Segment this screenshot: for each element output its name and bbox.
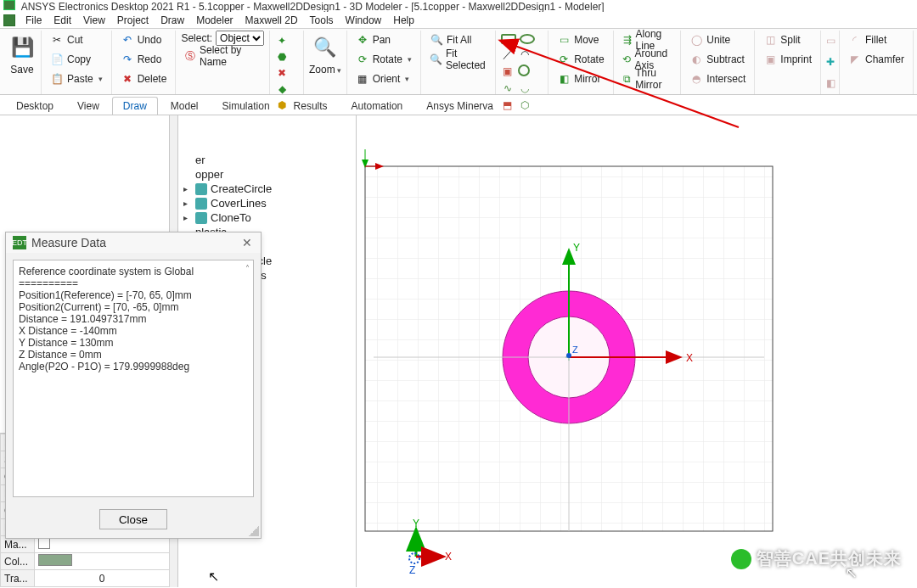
sweep-icon[interactable]: ▭ (826, 34, 835, 48)
chamfer-button[interactable]: ◤Chamfer (845, 50, 908, 69)
move-button[interactable]: ▭Move (554, 31, 607, 49)
polygon-icon[interactable]: ⬡ (518, 98, 532, 112)
cube-icon[interactable]: ▣ (501, 64, 515, 78)
tree-node[interactable]: ▸CoverLines (183, 196, 351, 210)
filter-a-icon[interactable]: ✦ (275, 34, 289, 48)
thru-mirror-button[interactable]: ⧉Thru Mirror (619, 70, 676, 88)
intersect-button[interactable]: ◓Intersect (686, 70, 749, 88)
mirror-button[interactable]: ◧Mirror (554, 70, 607, 88)
tree-label: CoverLines (211, 197, 267, 210)
menu-maxwell2d[interactable]: Maxwell 2D (240, 14, 303, 27)
color-swatch[interactable] (38, 554, 72, 566)
sheet-icon[interactable]: ◧ (826, 76, 835, 90)
rectangle-icon[interactable] (501, 34, 516, 44)
subtract-button[interactable]: ◐Subtract (686, 50, 749, 69)
tree-node[interactable]: er (183, 153, 351, 167)
select-by-name-button[interactable]: ⓈSelect by Name (181, 47, 264, 65)
prop-val[interactable]: 0 (35, 570, 170, 587)
expand-icon[interactable]: ▸ (183, 213, 192, 222)
filter-c-icon[interactable]: ✖ (275, 66, 289, 80)
rotate2-label: Rotate (574, 53, 604, 65)
split-button[interactable]: ◫Split (760, 31, 815, 49)
fit-selected-button[interactable]: 🔍Fit Selected (426, 50, 490, 69)
rotate2-button[interactable]: ⟳Rotate (554, 50, 607, 69)
expand-icon[interactable]: ▸ (183, 199, 192, 208)
menu-view[interactable]: View (78, 14, 110, 27)
zoom-icon[interactable]: 🔍 (312, 34, 339, 61)
tree-node[interactable]: ▸CloneTo (183, 210, 351, 225)
measure-data-dialog[interactable]: EDT Measure Data ✕ ˄ Reference coordinat… (5, 232, 262, 539)
copy-button[interactable]: 📄Copy (47, 50, 106, 69)
menu-draw[interactable]: Draw (155, 14, 189, 27)
tab-simulation[interactable]: Simulation (211, 97, 281, 115)
circle-icon[interactable] (518, 64, 530, 76)
menu-modeler[interactable]: Modeler (191, 14, 238, 27)
arc-icon[interactable]: ◠ (518, 48, 532, 61)
dialog-close-button[interactable]: Close (99, 509, 167, 529)
tree-node[interactable]: opper (183, 167, 351, 182)
thru-mirror-label: Thru Mirror (635, 67, 672, 91)
line-icon[interactable]: ／ (501, 48, 515, 61)
tab-draw[interactable]: Draw (112, 97, 158, 115)
imprint-button[interactable]: ▣Imprint (760, 50, 815, 69)
expand-icon[interactable]: ▸ (183, 184, 192, 193)
filter-b-icon[interactable]: ⬣ (275, 50, 289, 64)
cut-button[interactable]: ✂Cut (47, 31, 106, 49)
around-axis-icon: ⟲ (622, 53, 632, 66)
svg-point-11 (566, 353, 571, 358)
tab-desktop[interactable]: Desktop (5, 97, 65, 115)
viewport[interactable]: Y X Z Y X Z 智善CAE共创未来 (357, 115, 917, 587)
intersect-icon: ◓ (689, 72, 703, 86)
menu-edit[interactable]: Edit (48, 14, 76, 27)
checkbox-icon[interactable] (38, 537, 50, 549)
prop-val[interactable] (35, 553, 170, 570)
menu-project[interactable]: Project (112, 14, 154, 27)
measure-line: X Distance = -140mm (19, 325, 248, 337)
measure-line: Z Distance = 0mm (19, 349, 248, 361)
along-line-button[interactable]: ⇶Along Line (619, 31, 676, 49)
menu-file[interactable]: File (20, 14, 47, 27)
around-axis-button[interactable]: ⟲Around Axis (619, 50, 676, 69)
filter-d-icon[interactable]: ◆ (275, 82, 289, 96)
measure-line: ========== (19, 277, 248, 289)
arc3-icon[interactable]: ◡ (518, 81, 532, 95)
spline-icon[interactable]: ∿ (501, 81, 515, 95)
tab-results[interactable]: Results (283, 97, 339, 115)
delete-button[interactable]: ✖Delete (117, 70, 171, 88)
tab-minerva[interactable]: Ansys Minerva (415, 97, 504, 115)
measure-line: Reference coordinate system is Global (19, 266, 248, 277)
menu-tools[interactable]: Tools (305, 14, 339, 27)
ribbon-group-misc: ▭ ✚ ◧ (821, 31, 840, 94)
menu-window[interactable]: Window (340, 14, 387, 27)
canvas[interactable]: Y X Z Y X Z (357, 115, 917, 587)
zoom-label[interactable]: Zoom (309, 64, 341, 76)
ellipse-icon[interactable] (520, 34, 535, 44)
rotate-button[interactable]: ⟳Rotate (352, 50, 415, 69)
undo-button[interactable]: ↶Undo (117, 31, 171, 49)
tab-view[interactable]: View (66, 97, 110, 115)
orient-button[interactable]: ▦Orient (352, 70, 415, 88)
resize-grip-icon[interactable] (249, 526, 259, 536)
unite-button[interactable]: ◯Unite (686, 31, 749, 49)
fillet-button[interactable]: ◜Fillet (845, 31, 908, 49)
fit-all-button[interactable]: 🔍Fit All (426, 31, 490, 49)
rotate-icon: ⟳ (356, 53, 369, 66)
tab-automation[interactable]: Automation (340, 97, 414, 115)
subtract-icon: ◐ (689, 53, 703, 66)
ribbon-group-duplicate: ⇶Along Line ⟲Around Axis ⧉Thru Mirror (614, 31, 682, 94)
dialog-close-icon[interactable]: ✕ (240, 236, 254, 249)
ribbon-group-select: Select: Object ⓈSelect by Name (176, 31, 270, 94)
tab-model[interactable]: Model (160, 97, 210, 115)
paste-button[interactable]: 📋Paste (47, 70, 106, 88)
dialog-header[interactable]: EDT Measure Data ✕ (6, 232, 261, 253)
ribbon-group-zoom: 🔍 Zoom (304, 31, 347, 94)
dialog-footer: Close (6, 504, 261, 538)
tree-node[interactable]: ▸CreateCircle (183, 182, 351, 196)
cs-icon[interactable]: ✚ (826, 55, 835, 69)
prop-row: Tra...0 (1, 570, 170, 587)
collapse-icon[interactable]: ˄ (245, 264, 250, 273)
save-icon[interactable]: 💾 (8, 34, 36, 61)
menu-help[interactable]: Help (388, 14, 419, 27)
pan-button[interactable]: ✥Pan (352, 31, 415, 49)
redo-button[interactable]: ↷Redo (117, 50, 171, 69)
